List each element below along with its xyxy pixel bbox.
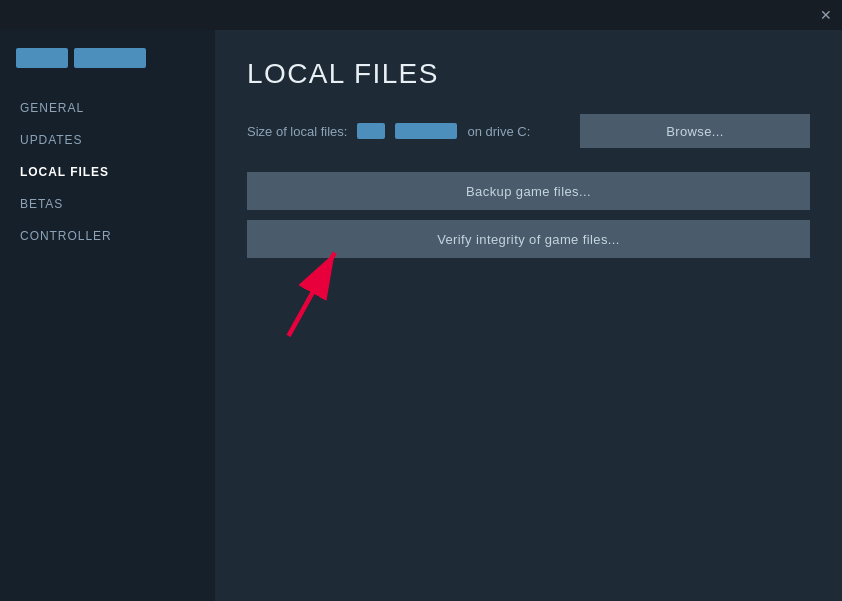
page-title: LOCAL FILES: [247, 58, 810, 90]
sidebar: GENERALUPDATESLOCAL FILESBETASCONTROLLER: [0, 30, 215, 601]
browse-button[interactable]: Browse...: [580, 114, 810, 148]
file-info-row: Size of local files: on drive C: Browse.…: [247, 114, 810, 148]
backup-button[interactable]: Backup game files...: [247, 172, 810, 210]
main-panel: LOCAL FILES Size of local files: on driv…: [215, 30, 842, 601]
action-buttons: Backup game files... Verify integrity of…: [247, 172, 810, 258]
content-area: GENERALUPDATESLOCAL FILESBETASCONTROLLER…: [0, 30, 842, 601]
title-bar-buttons: ✕: [818, 7, 834, 23]
sidebar-thumbnail-2: [74, 48, 146, 68]
sidebar-item-controller[interactable]: CONTROLLER: [0, 220, 215, 252]
sidebar-thumbnail-1: [16, 48, 68, 68]
file-size-label: Size of local files:: [247, 124, 347, 139]
verify-button[interactable]: Verify integrity of game files...: [247, 220, 810, 258]
sidebar-item-updates[interactable]: UPDATES: [0, 124, 215, 156]
sidebar-item-betas[interactable]: BETAS: [0, 188, 215, 220]
sidebar-top: [0, 40, 215, 84]
file-size-value-block: [357, 123, 385, 139]
svg-line-1: [289, 253, 335, 336]
sidebar-nav: GENERALUPDATESLOCAL FILESBETASCONTROLLER: [0, 92, 215, 252]
file-drive-block: [395, 123, 457, 139]
main-window: ✕ GENERALUPDATESLOCAL FILESBETASCONTROLL…: [0, 0, 842, 601]
file-drive-label: on drive C:: [467, 124, 530, 139]
sidebar-item-general[interactable]: GENERAL: [0, 92, 215, 124]
sidebar-item-local-files[interactable]: LOCAL FILES: [0, 156, 215, 188]
close-button[interactable]: ✕: [818, 7, 834, 23]
title-bar: ✕: [0, 0, 842, 30]
